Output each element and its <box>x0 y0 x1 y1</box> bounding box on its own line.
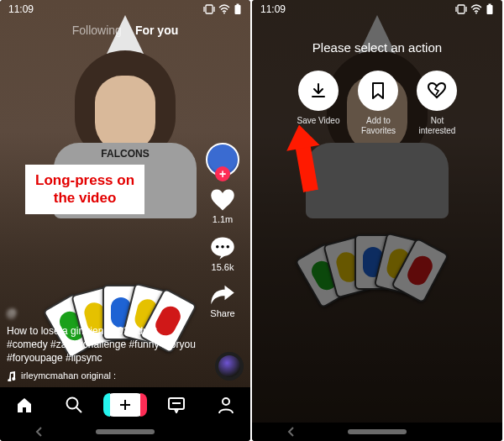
svg-rect-5 <box>237 4 239 6</box>
nav-discover[interactable] <box>57 388 91 422</box>
like-count: 1.1m <box>213 214 233 224</box>
nav-inbox[interactable] <box>160 388 193 422</box>
svg-rect-20 <box>489 4 491 6</box>
wifi-icon <box>470 4 482 14</box>
svg-rect-0 <box>206 5 213 13</box>
share-label: Share <box>210 308 234 318</box>
battery-icon <box>234 3 242 15</box>
svg-point-14 <box>223 398 229 405</box>
android-nav <box>252 423 502 441</box>
svg-point-18 <box>475 13 477 14</box>
status-bar: 11:09 <box>252 0 502 18</box>
action-label: Add toFavorites <box>361 116 396 136</box>
left-screenshot: FALCONS 11:09 Following For you Long-pre… <box>0 0 250 441</box>
vibrate-icon <box>455 4 467 14</box>
svg-point-7 <box>216 245 219 249</box>
svg-line-11 <box>76 407 81 412</box>
inbox-icon <box>167 396 186 413</box>
home-icon <box>15 396 34 414</box>
action-label: Notinterested <box>419 116 456 136</box>
music-note-icon <box>7 371 16 381</box>
caption-area: @ How to lose a girlfriend 101 #duet #co… <box>7 307 200 382</box>
broken-heart-icon <box>428 82 446 99</box>
share-icon <box>210 284 235 306</box>
search-icon <box>65 396 83 414</box>
callout-line: Long-press on <box>35 171 134 189</box>
share-button[interactable]: Share <box>210 284 235 318</box>
not-interested-button[interactable]: Notinterested <box>417 71 457 136</box>
comment-count: 15.6k <box>212 262 234 272</box>
android-nav <box>0 423 250 441</box>
svg-rect-15 <box>458 5 465 13</box>
home-pill[interactable] <box>348 429 407 434</box>
nav-profile[interactable] <box>209 388 243 422</box>
right-rail: + 1.1m 15.6k Share <box>200 143 245 318</box>
callout-line: the video <box>35 189 134 207</box>
status-time: 11:09 <box>260 3 286 15</box>
download-icon <box>309 81 328 100</box>
follow-plus-icon[interactable]: + <box>215 166 230 181</box>
vibrate-icon <box>203 4 215 14</box>
status-time: 11:09 <box>8 3 34 15</box>
tab-following[interactable]: Following <box>72 24 122 37</box>
dim-overlay <box>252 0 502 441</box>
video-frame[interactable] <box>252 0 502 441</box>
shirt-text: FALCONS <box>101 148 149 160</box>
video-description[interactable]: How to lose a girlfriend 101 #duet #come… <box>7 324 200 365</box>
plus-icon <box>118 398 132 412</box>
sound-row[interactable]: irleymcmahan original : <box>7 370 200 382</box>
spinning-record[interactable] <box>215 352 244 381</box>
instruction-callout: Long-press on the video <box>25 165 144 214</box>
add-to-favorites-button[interactable]: Add toFavorites <box>358 71 398 136</box>
bookmark-icon <box>370 81 386 100</box>
svg-rect-4 <box>235 5 241 14</box>
action-sheet-title: Please select an action <box>252 40 502 55</box>
status-bar: 11:09 <box>0 0 250 18</box>
comment-icon <box>210 236 235 260</box>
bottom-nav <box>0 387 250 423</box>
comment-button[interactable]: 15.6k <box>210 236 235 272</box>
right-screenshot: 11:09 Please select an action Save Video… <box>252 0 502 441</box>
like-button[interactable]: 1.1m <box>210 188 235 224</box>
author-handle[interactable]: @ <box>7 307 200 320</box>
person-icon <box>217 396 235 414</box>
svg-point-8 <box>221 245 224 249</box>
back-icon[interactable] <box>286 426 297 438</box>
author-avatar[interactable]: + <box>206 143 239 176</box>
nav-home[interactable] <box>8 388 41 422</box>
home-pill[interactable] <box>96 429 155 434</box>
battery-icon <box>486 3 494 15</box>
wifi-icon <box>218 4 230 14</box>
back-icon[interactable] <box>34 426 45 438</box>
feed-tabs: Following For you <box>72 24 178 37</box>
svg-point-3 <box>223 13 225 14</box>
heart-icon <box>210 188 235 212</box>
svg-rect-19 <box>487 5 493 14</box>
svg-point-9 <box>227 245 230 249</box>
nav-create[interactable] <box>107 393 144 417</box>
sound-name: irleymcmahan original : <box>21 370 116 382</box>
svg-point-10 <box>67 398 78 409</box>
tab-for-you[interactable]: For you <box>135 24 178 37</box>
